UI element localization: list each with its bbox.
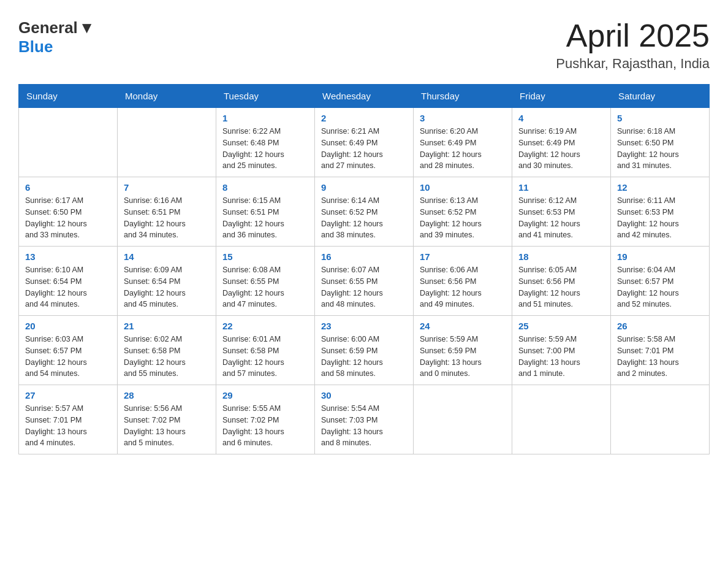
day-info: Sunrise: 5:57 AM Sunset: 7:01 PM Dayligh… [25,403,111,449]
calendar-cell: 30Sunrise: 5:54 AM Sunset: 7:03 PM Dayli… [315,385,414,454]
calendar-week-row: 13Sunrise: 6:10 AM Sunset: 6:54 PM Dayli… [19,247,710,316]
day-number: 30 [321,390,407,400]
day-number: 10 [420,182,506,193]
day-info: Sunrise: 6:18 AM Sunset: 6:50 PM Dayligh… [617,126,703,172]
page-header: General▼Blue April 2025 Pushkar, Rajasth… [18,18,710,72]
day-number: 18 [518,251,604,262]
calendar-cell: 5Sunrise: 6:18 AM Sunset: 6:50 PM Daylig… [611,108,710,177]
day-number: 13 [25,251,111,262]
day-number: 4 [518,113,604,123]
calendar-cell: 22Sunrise: 6:01 AM Sunset: 6:58 PM Dayli… [216,316,315,385]
day-number: 20 [25,321,111,331]
calendar-cell: 20Sunrise: 6:03 AM Sunset: 6:57 PM Dayli… [19,316,118,385]
day-info: Sunrise: 6:11 AM Sunset: 6:53 PM Dayligh… [617,195,703,241]
day-number: 24 [420,321,506,331]
day-number: 12 [617,182,703,193]
logo: General▼Blue [18,18,95,56]
calendar-week-row: 20Sunrise: 6:03 AM Sunset: 6:57 PM Dayli… [19,316,710,385]
calendar-cell: 21Sunrise: 6:02 AM Sunset: 6:58 PM Dayli… [118,316,216,385]
day-number: 6 [25,182,111,193]
day-info: Sunrise: 6:05 AM Sunset: 6:56 PM Dayligh… [518,264,604,310]
day-number: 25 [518,321,604,331]
calendar-cell [512,385,611,454]
day-info: Sunrise: 6:14 AM Sunset: 6:52 PM Dayligh… [321,195,407,241]
calendar-cell: 1Sunrise: 6:22 AM Sunset: 6:48 PM Daylig… [216,108,315,177]
calendar-cell: 15Sunrise: 6:08 AM Sunset: 6:55 PM Dayli… [216,247,315,316]
calendar-cell: 3Sunrise: 6:20 AM Sunset: 6:49 PM Daylig… [414,108,512,177]
logo-blue-text: Blue [18,37,53,56]
day-info: Sunrise: 5:59 AM Sunset: 7:00 PM Dayligh… [518,334,604,380]
day-number: 5 [617,113,703,123]
calendar-cell: 6Sunrise: 6:17 AM Sunset: 6:50 PM Daylig… [19,177,118,247]
calendar-cell: 13Sunrise: 6:10 AM Sunset: 6:54 PM Dayli… [19,247,118,316]
calendar-cell: 19Sunrise: 6:04 AM Sunset: 6:57 PM Dayli… [611,247,710,316]
day-number: 21 [124,321,210,331]
day-number: 14 [124,251,210,262]
day-number: 22 [222,321,308,331]
calendar-week-row: 1Sunrise: 6:22 AM Sunset: 6:48 PM Daylig… [19,108,710,177]
day-info: Sunrise: 6:02 AM Sunset: 6:58 PM Dayligh… [124,334,210,380]
day-info: Sunrise: 6:17 AM Sunset: 6:50 PM Dayligh… [25,195,111,241]
day-info: Sunrise: 6:12 AM Sunset: 6:53 PM Dayligh… [518,195,604,241]
calendar-cell: 24Sunrise: 5:59 AM Sunset: 6:59 PM Dayli… [414,316,512,385]
calendar-table: SundayMondayTuesdayWednesdayThursdayFrid… [18,84,710,454]
day-info: Sunrise: 6:07 AM Sunset: 6:55 PM Dayligh… [321,264,407,310]
day-number: 19 [617,251,703,262]
calendar-cell: 16Sunrise: 6:07 AM Sunset: 6:55 PM Dayli… [315,247,414,316]
calendar-cell: 2Sunrise: 6:21 AM Sunset: 6:49 PM Daylig… [315,108,414,177]
day-info: Sunrise: 5:59 AM Sunset: 6:59 PM Dayligh… [420,334,506,380]
calendar-header-row: SundayMondayTuesdayWednesdayThursdayFrid… [19,85,710,108]
calendar-cell: 27Sunrise: 5:57 AM Sunset: 7:01 PM Dayli… [19,385,118,454]
calendar-cell: 7Sunrise: 6:16 AM Sunset: 6:51 PM Daylig… [118,177,216,247]
day-info: Sunrise: 5:54 AM Sunset: 7:03 PM Dayligh… [321,403,407,449]
day-number: 8 [222,182,308,193]
day-info: Sunrise: 6:09 AM Sunset: 6:54 PM Dayligh… [124,264,210,310]
calendar-cell: 14Sunrise: 6:09 AM Sunset: 6:54 PM Dayli… [118,247,216,316]
day-number: 2 [321,113,407,123]
calendar-cell: 28Sunrise: 5:56 AM Sunset: 7:02 PM Dayli… [118,385,216,454]
day-of-week-header: Monday [118,85,216,108]
day-number: 16 [321,251,407,262]
day-info: Sunrise: 6:13 AM Sunset: 6:52 PM Dayligh… [420,195,506,241]
day-info: Sunrise: 6:19 AM Sunset: 6:49 PM Dayligh… [518,126,604,172]
day-info: Sunrise: 6:16 AM Sunset: 6:51 PM Dayligh… [124,195,210,241]
day-number: 29 [222,390,308,400]
day-number: 1 [222,113,308,123]
day-of-week-header: Sunday [19,85,118,108]
day-info: Sunrise: 5:56 AM Sunset: 7:02 PM Dayligh… [124,403,210,449]
calendar-cell: 10Sunrise: 6:13 AM Sunset: 6:52 PM Dayli… [414,177,512,247]
calendar-cell: 29Sunrise: 5:55 AM Sunset: 7:02 PM Dayli… [216,385,315,454]
day-number: 28 [124,390,210,400]
day-of-week-header: Friday [512,85,611,108]
day-info: Sunrise: 6:21 AM Sunset: 6:49 PM Dayligh… [321,126,407,172]
day-number: 17 [420,251,506,262]
day-number: 26 [617,321,703,331]
day-info: Sunrise: 5:58 AM Sunset: 7:01 PM Dayligh… [617,334,703,380]
day-number: 9 [321,182,407,193]
day-of-week-header: Saturday [611,85,710,108]
calendar-title: April 2025 [556,18,710,53]
day-info: Sunrise: 5:55 AM Sunset: 7:02 PM Dayligh… [222,403,308,449]
calendar-cell: 8Sunrise: 6:15 AM Sunset: 6:51 PM Daylig… [216,177,315,247]
calendar-cell [414,385,512,454]
day-number: 23 [321,321,407,331]
day-info: Sunrise: 6:10 AM Sunset: 6:54 PM Dayligh… [25,264,111,310]
day-info: Sunrise: 6:08 AM Sunset: 6:55 PM Dayligh… [222,264,308,310]
calendar-cell [611,385,710,454]
calendar-cell [19,108,118,177]
day-info: Sunrise: 6:22 AM Sunset: 6:48 PM Dayligh… [222,126,308,172]
calendar-cell [118,108,216,177]
logo-text: General▼Blue [18,18,95,56]
day-info: Sunrise: 6:01 AM Sunset: 6:58 PM Dayligh… [222,334,308,380]
calendar-week-row: 6Sunrise: 6:17 AM Sunset: 6:50 PM Daylig… [19,177,710,247]
calendar-cell: 26Sunrise: 5:58 AM Sunset: 7:01 PM Dayli… [611,316,710,385]
day-info: Sunrise: 6:20 AM Sunset: 6:49 PM Dayligh… [420,126,506,172]
day-number: 15 [222,251,308,262]
day-number: 27 [25,390,111,400]
calendar-cell: 11Sunrise: 6:12 AM Sunset: 6:53 PM Dayli… [512,177,611,247]
day-info: Sunrise: 6:04 AM Sunset: 6:57 PM Dayligh… [617,264,703,310]
day-info: Sunrise: 6:00 AM Sunset: 6:59 PM Dayligh… [321,334,407,380]
day-number: 11 [518,182,604,193]
calendar-cell: 12Sunrise: 6:11 AM Sunset: 6:53 PM Dayli… [611,177,710,247]
day-of-week-header: Tuesday [216,85,315,108]
